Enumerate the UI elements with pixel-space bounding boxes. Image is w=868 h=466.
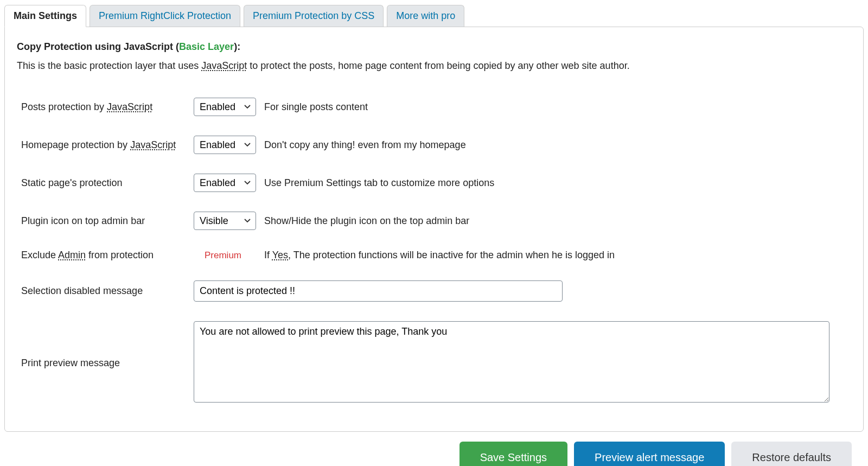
row-posts-protection: Posts protection by JavaScript Enabled F… [17, 88, 851, 126]
row-print-message: Print preview message You are not allowe… [17, 311, 851, 415]
label-print-message: Print preview message [17, 311, 190, 415]
tab-rightclick-protection[interactable]: Premium RightClick Protection [90, 5, 240, 27]
hint-homepage-protection: Don't copy any thing! even from my homep… [261, 126, 851, 164]
select-static-protection[interactable]: Enabled [194, 174, 256, 192]
save-button[interactable]: Save Settings [459, 442, 567, 466]
row-static-protection: Static page's protection Enabled Use Pre… [17, 164, 851, 202]
tab-more-pro[interactable]: More with pro [387, 5, 464, 27]
hint-posts-protection: For single posts content [261, 88, 851, 126]
settings-table: Posts protection by JavaScript Enabled F… [17, 88, 851, 415]
label-selection-message: Selection disabled message [17, 271, 190, 311]
desc-js: JavaScript [201, 60, 247, 71]
hint-plugin-icon: Show/Hide the plugin icon on the top adm… [261, 202, 851, 240]
section-description: This is the basic protection layer that … [17, 60, 851, 72]
textarea-print-message[interactable]: You are not allowed to print preview thi… [194, 321, 829, 403]
select-posts-protection[interactable]: Enabled [194, 98, 256, 116]
row-homepage-protection: Homepage protection by JavaScript Enable… [17, 126, 851, 164]
heading-prefix: Copy Protection using JavaScript ( [17, 41, 179, 52]
action-buttons: Save Settings Preview alert message Rest… [4, 442, 864, 466]
row-exclude-admin: Exclude Admin from protection Premium If… [17, 240, 851, 271]
section-heading: Copy Protection using JavaScript (Basic … [17, 41, 851, 53]
heading-layer: Basic Layer [179, 41, 234, 52]
preview-button[interactable]: Preview alert message [574, 442, 725, 466]
label-posts-protection: Posts protection by JavaScript [17, 88, 190, 126]
heading-suffix: ): [234, 41, 240, 52]
premium-badge: Premium [205, 250, 247, 260]
hint-exclude-admin: If Yes, The protection functions will be… [261, 240, 851, 271]
tab-protection-css[interactable]: Premium Protection by CSS [244, 5, 384, 27]
select-homepage-protection[interactable]: Enabled [194, 136, 256, 154]
label-exclude-admin: Exclude Admin from protection [17, 240, 190, 271]
tabs-nav: Main Settings Premium RightClick Protect… [4, 4, 864, 27]
label-plugin-icon: Plugin icon on top admin bar [17, 202, 190, 240]
desc-before: This is the basic protection layer that … [17, 60, 201, 71]
row-plugin-icon: Plugin icon on top admin bar Visible Sho… [17, 202, 851, 240]
input-selection-message[interactable] [194, 280, 563, 302]
desc-after: to protect the posts, home page content … [247, 60, 629, 71]
tab-main-settings[interactable]: Main Settings [4, 5, 86, 27]
row-selection-message: Selection disabled message [17, 271, 851, 311]
hint-static-protection: Use Premium Settings tab to customize mo… [261, 164, 851, 202]
label-homepage-protection: Homepage protection by JavaScript [17, 126, 190, 164]
settings-panel: Copy Protection using JavaScript (Basic … [4, 27, 864, 432]
label-static-protection: Static page's protection [17, 164, 190, 202]
select-plugin-icon[interactable]: Visible [194, 212, 256, 230]
restore-button[interactable]: Restore defaults [731, 442, 852, 466]
